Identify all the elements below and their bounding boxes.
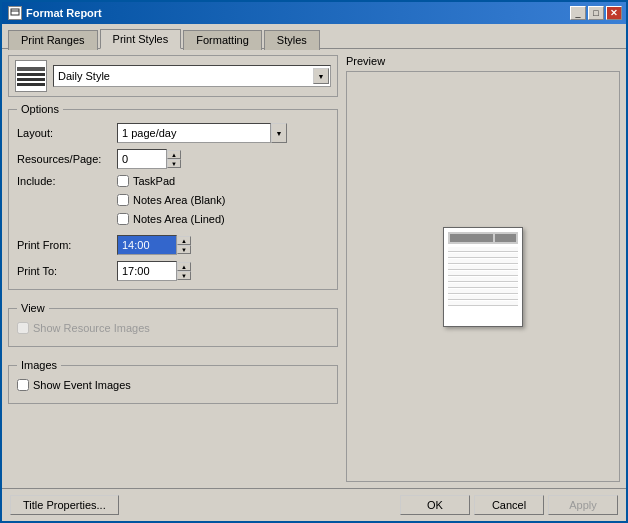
include-checkboxes: TaskPad Notes Area (Blank) Notes Area (L…	[117, 175, 225, 229]
print-to-label: Print To:	[17, 265, 117, 277]
resources-row: Resources/Page: ▲ ▼	[17, 149, 329, 169]
style-dropdown-wrapper: Daily Style ▼	[53, 65, 331, 87]
style-selector-row: Daily Style ▼	[8, 55, 338, 97]
maximize-button[interactable]: □	[588, 6, 604, 20]
resources-spinner-buttons: ▲ ▼	[167, 150, 181, 168]
show-resource-images-row: Show Resource Images	[17, 322, 329, 334]
notes-blank-checkbox[interactable]	[117, 194, 129, 206]
layout-control: ▼	[117, 123, 329, 143]
button-bar: Title Properties... OK Cancel Apply	[2, 488, 626, 521]
resources-label: Resources/Page:	[17, 153, 117, 165]
preview-lines	[448, 247, 518, 322]
print-from-label: Print From:	[17, 239, 117, 251]
print-to-spinner-buttons: ▲ ▼	[177, 262, 191, 280]
resources-input[interactable]	[117, 149, 167, 169]
layout-dropdown-btn[interactable]: ▼	[271, 123, 287, 143]
preview-line-6	[448, 277, 518, 282]
style-preview-icon	[15, 60, 47, 92]
resources-down-btn[interactable]: ▼	[167, 159, 181, 168]
preview-line-10	[448, 301, 518, 306]
window-title: Format Report	[26, 7, 102, 19]
preview-header-left	[450, 234, 493, 242]
view-legend: View	[17, 302, 49, 314]
print-to-down-btn[interactable]: ▼	[177, 271, 191, 280]
layout-input[interactable]	[117, 123, 271, 143]
preview-line-9	[448, 295, 518, 300]
resources-spinner: ▲ ▼	[117, 149, 181, 169]
resources-control: ▲ ▼	[117, 149, 329, 169]
print-to-row: Print To: ▲ ▼	[17, 261, 329, 281]
notes-lined-checkbox[interactable]	[117, 213, 129, 225]
cancel-button[interactable]: Cancel	[474, 495, 544, 515]
images-group: Images Show Event Images	[8, 359, 338, 404]
ok-button[interactable]: OK	[400, 495, 470, 515]
options-legend: Options	[17, 103, 63, 115]
layout-label: Layout:	[17, 127, 117, 139]
preview-line-5	[448, 271, 518, 276]
preview-header-right	[495, 234, 516, 242]
options-group: Options Layout: ▼ Resources/Page:	[8, 103, 338, 290]
resources-up-btn[interactable]: ▲	[167, 150, 181, 159]
tab-styles[interactable]: Styles	[264, 30, 320, 50]
notes-blank-row: Notes Area (Blank)	[117, 194, 225, 206]
print-from-spinner-buttons: ▲ ▼	[177, 236, 191, 254]
show-event-images-row: Show Event Images	[17, 379, 329, 391]
right-panel: Preview	[346, 55, 620, 482]
style-dropdown[interactable]: Daily Style	[53, 65, 331, 87]
tab-print-styles[interactable]: Print Styles	[100, 29, 182, 49]
preview-page	[443, 227, 523, 327]
preview-line-7	[448, 283, 518, 288]
title-bar-left: Format Report	[8, 6, 102, 20]
content-area: Daily Style ▼ Options Layout: ▼	[2, 48, 626, 488]
tab-print-ranges[interactable]: Print Ranges	[8, 30, 98, 50]
print-to-spinner: ▲ ▼	[117, 261, 191, 281]
window-icon	[8, 6, 22, 20]
apply-button[interactable]: Apply	[548, 495, 618, 515]
preview-area	[346, 71, 620, 482]
print-from-control: ▲ ▼	[117, 235, 329, 255]
taskpad-label: TaskPad	[133, 175, 175, 187]
print-from-input[interactable]	[117, 235, 177, 255]
preview-line-4	[448, 265, 518, 270]
print-from-up-btn[interactable]: ▲	[177, 236, 191, 245]
minimize-button[interactable]: _	[570, 6, 586, 20]
print-to-up-btn[interactable]: ▲	[177, 262, 191, 271]
print-from-row: Print From: ▲ ▼	[17, 235, 329, 255]
svg-rect-0	[11, 9, 19, 15]
show-resource-images-label: Show Resource Images	[33, 322, 150, 334]
print-from-down-btn[interactable]: ▼	[177, 245, 191, 254]
left-panel: Daily Style ▼ Options Layout: ▼	[8, 55, 338, 482]
title-bar: Format Report _ □ ✕	[2, 2, 626, 24]
show-resource-images-checkbox[interactable]	[17, 322, 29, 334]
layout-row: Layout: ▼	[17, 123, 329, 143]
taskpad-checkbox[interactable]	[117, 175, 129, 187]
show-event-images-label: Show Event Images	[33, 379, 131, 391]
include-label: Include:	[17, 175, 117, 187]
tab-bar: Print Ranges Print Styles Formatting Sty…	[2, 24, 626, 48]
preview-line-2	[448, 253, 518, 258]
title-properties-button[interactable]: Title Properties...	[10, 495, 119, 515]
preview-line-8	[448, 289, 518, 294]
print-to-input[interactable]	[117, 261, 177, 281]
show-event-images-checkbox[interactable]	[17, 379, 29, 391]
preview-label: Preview	[346, 55, 620, 67]
layout-combo: ▼	[117, 123, 287, 143]
close-button[interactable]: ✕	[606, 6, 622, 20]
preview-line-1	[448, 247, 518, 252]
print-from-spinner: ▲ ▼	[117, 235, 191, 255]
view-group: View Show Resource Images	[8, 302, 338, 347]
print-to-control: ▲ ▼	[117, 261, 329, 281]
images-legend: Images	[17, 359, 61, 371]
tab-formatting[interactable]: Formatting	[183, 30, 262, 50]
include-row: Include: TaskPad Notes Area (Blank) N	[17, 175, 329, 229]
taskpad-row: TaskPad	[117, 175, 225, 187]
notes-lined-row: Notes Area (Lined)	[117, 213, 225, 225]
preview-line-3	[448, 259, 518, 264]
title-buttons: _ □ ✕	[570, 6, 622, 20]
format-report-window: Format Report _ □ ✕ Print Ranges Print S…	[0, 0, 628, 523]
preview-header	[448, 232, 518, 244]
notes-blank-label: Notes Area (Blank)	[133, 194, 225, 206]
right-buttons: OK Cancel Apply	[400, 495, 618, 515]
notes-lined-label: Notes Area (Lined)	[133, 213, 225, 225]
